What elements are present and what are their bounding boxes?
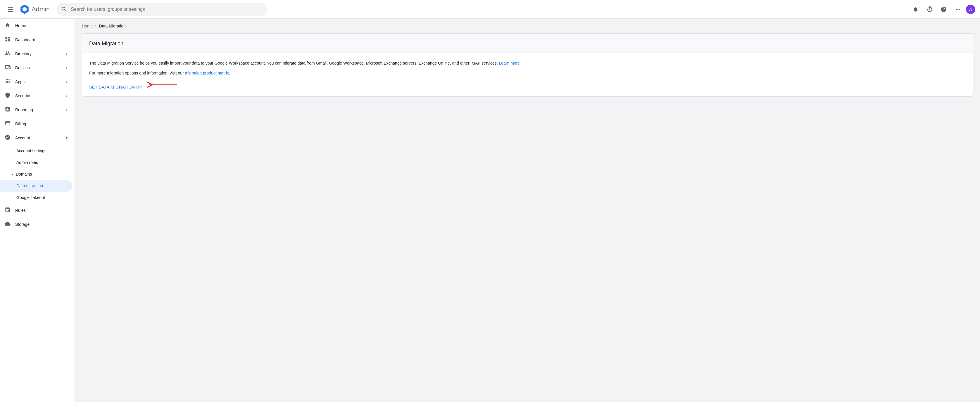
- sidebar: Home Dashboard Directory ▸ Devices ▸: [0, 19, 75, 402]
- sidebar-subitem-account-settings[interactable]: Account settings: [0, 145, 72, 157]
- logo-inner: [22, 7, 27, 12]
- sidebar-subitem-domains[interactable]: ▸ Domains: [0, 168, 72, 180]
- topbar-right: A: [910, 3, 975, 15]
- search-icon: [61, 6, 67, 13]
- sidebar-label-apps: Apps: [15, 79, 25, 84]
- topbar: Admin A: [0, 0, 980, 19]
- dashboard-icon: [5, 36, 11, 43]
- sidebar-item-dashboard[interactable]: Dashboard: [0, 33, 72, 47]
- sidebar-label-rules: Rules: [15, 208, 26, 213]
- page-card-body: The Data Migration Service helps you eas…: [82, 53, 973, 96]
- breadcrumb-home-link[interactable]: Home: [82, 24, 93, 29]
- sidebar-label-directory: Directory: [15, 51, 32, 56]
- breadcrumb: Home › Data Migration: [82, 23, 973, 29]
- sidebar-label-storage: Storage: [15, 222, 30, 227]
- notifications-button[interactable]: [910, 3, 921, 15]
- help-button[interactable]: [938, 3, 950, 15]
- breadcrumb-current: Data Migration: [99, 24, 126, 29]
- account-settings-label: Account settings: [16, 148, 46, 153]
- sidebar-item-billing[interactable]: Billing: [0, 117, 72, 131]
- apps-grid-button[interactable]: [952, 3, 964, 15]
- avatar[interactable]: A: [966, 5, 975, 14]
- app-title: Admin: [32, 6, 50, 13]
- description-text-1: The Data Migration Service helps you eas…: [89, 61, 498, 65]
- account-icon: [5, 134, 11, 142]
- search-input[interactable]: [57, 3, 267, 16]
- sidebar-item-home[interactable]: Home: [0, 19, 72, 33]
- sidebar-item-security[interactable]: Security ▸: [0, 89, 72, 103]
- learn-more-link[interactable]: Learn More: [499, 61, 520, 65]
- security-expand-icon: ▸: [66, 94, 68, 98]
- google-takeout-label: Google Takeout: [16, 195, 45, 200]
- home-icon: [5, 22, 11, 30]
- sidebar-item-apps[interactable]: Apps ▸: [0, 75, 72, 89]
- sidebar-item-account[interactable]: Account ▾: [0, 131, 72, 145]
- billing-icon: [5, 120, 11, 128]
- account-collapse-icon: ▾: [66, 136, 68, 140]
- hamburger-icon: [8, 7, 13, 12]
- devices-expand-icon: ▸: [66, 66, 68, 70]
- description-text-2: For more migration options and informati…: [89, 71, 184, 75]
- security-icon: [5, 92, 11, 100]
- sidebar-item-rules[interactable]: Rules: [0, 203, 72, 218]
- description-paragraph-1: The Data Migration Service helps you eas…: [89, 60, 966, 66]
- topbar-left: Admin: [5, 3, 50, 15]
- apps-expand-icon: ▸: [66, 80, 68, 84]
- sidebar-subitem-admin-roles[interactable]: Admin roles: [0, 157, 72, 168]
- sidebar-label-security: Security: [15, 94, 30, 98]
- sidebar-item-devices[interactable]: Devices ▸: [0, 61, 72, 75]
- rules-icon: [5, 207, 11, 214]
- domains-label: Domains: [16, 172, 32, 176]
- set-data-migration-button[interactable]: SET DATA MIGRATION UP: [89, 85, 142, 89]
- sidebar-label-home: Home: [15, 23, 26, 28]
- reporting-icon: [5, 106, 11, 114]
- sidebar-label-billing: Billing: [15, 122, 26, 126]
- page-card: Data Migration The Data Migration Servic…: [82, 33, 973, 97]
- migration-matrix-link[interactable]: migration product matrix: [185, 71, 229, 75]
- sidebar-label-account: Account: [15, 135, 30, 140]
- sidebar-item-reporting[interactable]: Reporting ▸: [0, 103, 72, 117]
- menu-button[interactable]: [5, 3, 16, 15]
- search-bar: [57, 3, 267, 16]
- description-paragraph-2: For more migration options and informati…: [89, 70, 966, 76]
- sidebar-item-directory[interactable]: Directory ▸: [0, 47, 72, 61]
- page-title: Data Migration: [89, 41, 966, 47]
- logo-container[interactable]: Admin: [20, 5, 50, 14]
- sidebar-subitem-google-takeout[interactable]: Google Takeout: [0, 192, 72, 203]
- directory-icon: [5, 50, 11, 57]
- page-card-header: Data Migration: [82, 33, 973, 53]
- arrow-annotation: SET DATA MIGRATION UP: [89, 80, 142, 89]
- data-migration-label: Data migration: [16, 183, 43, 188]
- timer-button[interactable]: [924, 3, 935, 15]
- sidebar-subitem-data-migration[interactable]: Data migration: [0, 180, 72, 192]
- sidebar-label-dashboard: Dashboard: [15, 37, 35, 42]
- reporting-expand-icon: ▸: [66, 108, 68, 112]
- description-end: .: [229, 71, 230, 75]
- sidebar-item-storage[interactable]: Storage: [0, 218, 72, 231]
- google-logo-icon: [20, 5, 29, 14]
- apps-icon: [5, 78, 11, 86]
- storage-icon: [5, 221, 11, 228]
- layout: Home Dashboard Directory ▸ Devices ▸: [0, 19, 980, 402]
- directory-expand-icon: ▸: [66, 52, 68, 56]
- sidebar-label-reporting: Reporting: [15, 108, 33, 112]
- admin-roles-label: Admin roles: [16, 160, 38, 165]
- devices-icon: [5, 64, 11, 72]
- breadcrumb-separator: ›: [95, 23, 97, 29]
- main-content: Home › Data Migration Data Migration The…: [75, 19, 980, 402]
- annotation-arrow: [145, 79, 180, 90]
- domains-arrow-icon: ▸: [12, 172, 13, 176]
- sidebar-label-devices: Devices: [15, 65, 30, 70]
